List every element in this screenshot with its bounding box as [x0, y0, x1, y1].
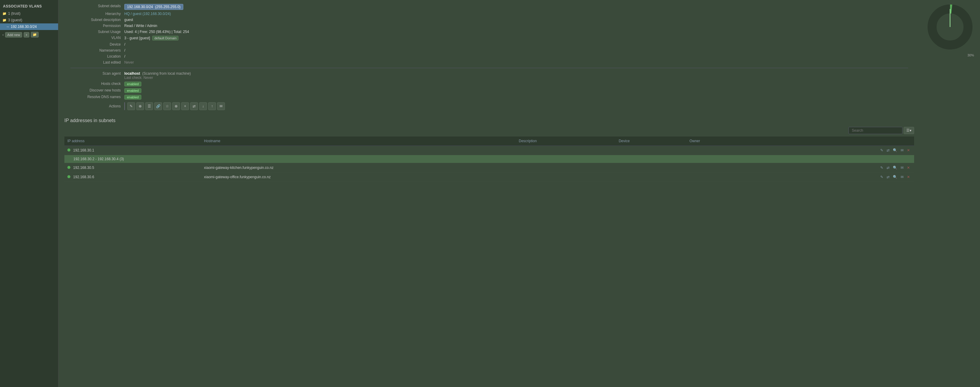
permission-value: Read / Write / Admin	[124, 24, 914, 28]
subnet-description-row: Subnet description guest	[64, 17, 914, 23]
row-delete-button[interactable]: ✕	[906, 174, 911, 180]
col-hostname: Hostname	[201, 136, 516, 146]
location-value: /	[124, 54, 914, 59]
ip-table-body: 192.168.30.1 ✎ ⇄ 🔍 ✉ ✕	[64, 146, 914, 182]
subnet-details-label: Subnet details	[64, 4, 124, 8]
ip-section: IP addresses in subnets ☰▾ IP address Ho…	[59, 115, 920, 185]
row-edit-button[interactable]: ✎	[879, 147, 885, 153]
row-delete-button[interactable]: ✕	[906, 147, 911, 153]
row-actions-cell	[756, 155, 914, 163]
mail-button[interactable]: ✉	[217, 102, 225, 110]
share-button[interactable]: ⇄	[190, 102, 198, 110]
sidebar-title: Associated VLANs	[0, 2, 58, 10]
discover-hosts-row: Discover new hosts enabled	[64, 87, 914, 94]
row-actions-cell: ✎ ⇄ 🔍 ✉ ✕	[756, 173, 914, 182]
donut-svg	[926, 3, 974, 51]
vlan-value: 3 - guest [guest] default Domain	[124, 36, 914, 40]
table-row: 192.168.30.6 xiaomi-gateway-office.funky…	[64, 173, 914, 182]
table-row: 192.168.30.1 ✎ ⇄ 🔍 ✉ ✕	[64, 146, 914, 155]
actions-label: Actions	[64, 104, 124, 108]
hostname-cell: xiaomi-gateway-kitchen.funkypenguin.co.n…	[201, 163, 516, 173]
chart-label: 30%	[967, 53, 974, 57]
add-new-button[interactable]: Add new	[5, 32, 22, 37]
detail-section: Subnet details 192.168.30.0/24 (255.255.…	[59, 0, 920, 115]
chart-area: 30%	[920, 0, 980, 387]
description-cell	[516, 173, 616, 182]
row-share-button[interactable]: ⇄	[885, 165, 891, 170]
row-edit-button[interactable]: ✎	[879, 174, 885, 180]
row-edit-button[interactable]: ✎	[879, 165, 885, 170]
row-delete-button[interactable]: ✕	[906, 165, 911, 170]
subnet-description-value: guest	[124, 18, 914, 22]
plus-button[interactable]: +	[181, 102, 189, 110]
hostname-cell: xiaomi-gateway-office.funkypenguin.co.nz	[201, 173, 516, 182]
folder-icon: 📁	[2, 12, 6, 16]
vlan-tag: default Domain	[152, 36, 178, 40]
owner-cell	[686, 146, 756, 155]
row-search-button[interactable]: 🔍	[892, 165, 899, 170]
vlan-label: VLAN	[64, 36, 124, 40]
hosts-check-row: Hosts check enabled	[64, 81, 914, 87]
row-actions-cell: ✎ ⇄ 🔍 ✉ ✕	[756, 146, 914, 155]
device-cell	[616, 163, 686, 173]
main-content: Subnet details 192.168.30.0/24 (255.255.…	[59, 0, 980, 387]
table-row: 192.168.30.5 xiaomi-gateway-kitchen.funk…	[64, 163, 914, 173]
row-share-button[interactable]: ⇄	[885, 147, 891, 153]
resolve-dns-label: Resolve DNS names	[64, 95, 124, 99]
ip-table-head: IP address Hostname Description Device O…	[64, 136, 914, 146]
row-mail-button[interactable]: ✉	[899, 174, 905, 180]
discover-hosts-value: enabled	[124, 88, 914, 93]
row-actions-cell: ✎ ⇄ 🔍 ✉ ✕	[756, 163, 914, 173]
last-edited-value: Never	[124, 60, 914, 64]
scan-agent-label: Scan agent	[64, 71, 124, 75]
hierarchy-label: Hierarchy	[64, 12, 124, 16]
add-circle-button[interactable]: ⊕	[136, 102, 144, 110]
scan-agent-value: localhost (Scanning from local machine) …	[124, 71, 914, 80]
row-search-button[interactable]: 🔍	[892, 147, 899, 153]
resolve-dns-badge: enabled	[124, 95, 142, 99]
subnet-details-row: Subnet details 192.168.30.0/24 (255.255.…	[64, 3, 914, 11]
download-button[interactable]: ↓	[199, 102, 207, 110]
search-input[interactable]	[848, 127, 902, 134]
subnet-usage-value: Used: 4 | Free: 250 (98.43%) | Total: 25…	[124, 30, 914, 34]
permission-row: Permission Read / Write / Admin	[64, 23, 914, 29]
status-dot	[67, 166, 70, 169]
ip-table: IP address Hostname Description Device O…	[64, 136, 914, 182]
sidebar-item-label: 192.168.30.0/24	[11, 25, 37, 29]
sidebar-item-guest[interactable]: 📁 3 (guest)	[0, 17, 58, 23]
location-label: Location	[64, 54, 124, 59]
stop-button[interactable]: ⊗	[172, 102, 180, 110]
view-toggle-button[interactable]: ☰▾	[904, 127, 914, 134]
subnet-usage-row: Subnet Usage Used: 4 | Free: 250 (98.43%…	[64, 29, 914, 35]
sidebar-actions: ‹ Add new + 📁	[0, 30, 58, 39]
ip-section-title: IP addresses in subnets	[64, 118, 914, 123]
folder-button[interactable]: 📁	[31, 32, 39, 37]
row-mail-button[interactable]: ✉	[899, 147, 905, 153]
list-button[interactable]: ☰	[145, 102, 153, 110]
folder-icon: 📁	[2, 18, 6, 22]
add-icon-button[interactable]: +	[24, 32, 29, 37]
row-search-button[interactable]: 🔍	[892, 174, 899, 180]
device-row: Device /	[64, 42, 914, 47]
star-button[interactable]: ☆	[163, 102, 171, 110]
row-mail-button[interactable]: ✉	[899, 165, 905, 170]
hosts-check-label: Hosts check	[64, 82, 124, 86]
ip-table-header-row: IP address Hostname Description Device O…	[64, 136, 914, 146]
sidebar-item-trust[interactable]: 📁 1 (trust)	[0, 10, 58, 17]
chevron-left-icon[interactable]: ‹	[2, 32, 3, 37]
row-share-button[interactable]: ⇄	[885, 174, 891, 180]
edit-button[interactable]: ✎	[127, 102, 135, 110]
upload-button[interactable]: ↑	[208, 102, 216, 110]
ip-cell: 192.168.30.5	[64, 163, 201, 173]
row-actions: ✎ ⇄ 🔍 ✉ ✕	[759, 165, 911, 170]
col-device: Device	[616, 136, 686, 146]
subnet-description-label: Subnet description	[64, 18, 124, 22]
col-owner: Owner	[686, 136, 756, 146]
device-label: Device	[64, 42, 124, 46]
discover-hosts-badge: enabled	[124, 88, 142, 93]
link-button[interactable]: 🔗	[154, 102, 162, 110]
sidebar-item-subnet[interactable]: → 192.168.30.0/24	[0, 23, 58, 30]
nameservers-row: Nameservers /	[64, 47, 914, 53]
row-actions: ✎ ⇄ 🔍 ✉ ✕	[759, 147, 911, 153]
hosts-check-value: enabled	[124, 82, 914, 86]
